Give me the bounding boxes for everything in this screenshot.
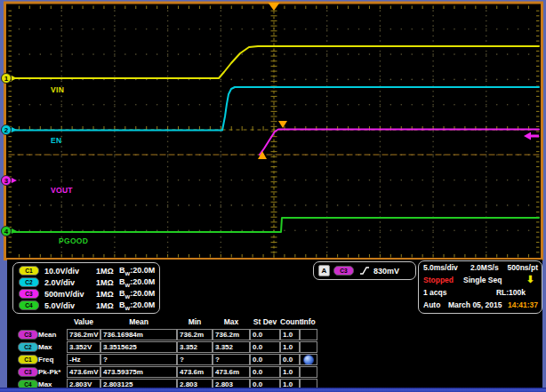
- graticule-dot: [167, 186, 169, 188]
- graticule-dot: [411, 79, 413, 81]
- channel-position-arrow-4[interactable]: [12, 228, 17, 234]
- graticule-dot: [92, 229, 94, 231]
- trigger-source-badge[interactable]: C3: [333, 266, 354, 276]
- graticule-dot: [475, 28, 477, 30]
- channel-marker-2[interactable]: 2: [1, 124, 12, 135]
- trigger-level-readout[interactable]: 830mV: [373, 267, 399, 276]
- channel-row-c4[interactable]: C4 5.0V/div 1MΩ BW:20.0M: [19, 300, 159, 311]
- graticule-dot: [380, 81, 381, 83]
- timebase-line-3: 1 acqs RL:100k: [419, 286, 542, 299]
- graticule-dot: [326, 15, 328, 17]
- trigger-mode[interactable]: Auto: [423, 300, 440, 309]
- graticule-dot: [316, 28, 317, 30]
- graticule-dot: [475, 229, 477, 231]
- graticule-dot: [167, 15, 169, 17]
- graticule-dot: [82, 204, 84, 206]
- channel-badge-c1[interactable]: C1: [19, 266, 39, 276]
- graticule-dot: [284, 229, 285, 231]
- graticule-dot: [167, 81, 169, 83]
- graticule-dot: [305, 28, 307, 30]
- graticule-dot: [167, 151, 169, 153]
- graticule-dot: [507, 204, 509, 206]
- channel-row-c3[interactable]: C3 500mV/div 1MΩ BW:20.0M: [19, 288, 159, 300]
- graticule-dot: [294, 79, 296, 81]
- measurement-mean: 736.16984m: [100, 329, 177, 340]
- graticule-dot: [114, 25, 116, 27]
- graticule-dot: [326, 146, 328, 148]
- graticule-dot: [146, 28, 148, 30]
- horizontal-scale[interactable]: 5.0ms/div: [423, 263, 458, 272]
- measurement-name: Mean: [36, 329, 67, 340]
- channel-settings-box[interactable]: C1 10.0V/div 1MΩ BW:20.0M C2 2.0V/div 1M…: [12, 262, 160, 314]
- graticule-dot: [326, 70, 328, 72]
- graticule-dot: [326, 76, 328, 77]
- graticule-dot: [422, 204, 423, 206]
- measurement-table: Value Mean Min Max St Dev Count Info C3 …: [18, 316, 317, 390]
- graticule-dot: [199, 28, 201, 30]
- graticule-dot: [210, 180, 212, 181]
- graticule-dot: [114, 55, 116, 57]
- graticule-dot: [60, 45, 62, 47]
- graticule-dot: [178, 180, 180, 181]
- graticule-dot: [167, 180, 169, 181]
- graticule-dot: [380, 229, 381, 231]
- graticule-dot: [60, 36, 62, 37]
- channel-badge-c4[interactable]: C4: [19, 300, 39, 310]
- graticule-dot: [486, 104, 487, 106]
- graticule-dot: [167, 30, 169, 32]
- graticule-dot: [189, 204, 190, 206]
- graticule-dot: [60, 40, 62, 42]
- graticule-dot: [221, 55, 222, 57]
- graticule-dot: [114, 186, 116, 188]
- channel-badge-c3[interactable]: C3: [19, 289, 39, 299]
- graticule-dot: [454, 104, 455, 106]
- trigger-a-icon: A: [318, 265, 330, 276]
- channel-row-c1[interactable]: C1 10.0V/div 1MΩ BW:20.0M: [19, 265, 159, 276]
- channel-badge-c2[interactable]: C2: [19, 277, 39, 287]
- graticule-dot: [60, 156, 62, 158]
- graticule-dot: [60, 30, 62, 32]
- trigger-readout-box[interactable]: A C3 830mV: [313, 261, 416, 280]
- channel-marker-4[interactable]: 4: [1, 226, 12, 236]
- measurement-count: 1.0: [280, 329, 300, 340]
- graticule-dot: [284, 180, 285, 181]
- graticule-dot: [294, 180, 296, 181]
- channel-position-arrow-1[interactable]: [12, 76, 17, 81]
- channel-position-arrow-3[interactable]: [12, 178, 17, 183]
- graticule-dot: [326, 181, 328, 183]
- graticule-dot: [432, 36, 434, 37]
- graticule-dot: [221, 156, 222, 158]
- graticule-dot: [167, 51, 169, 52]
- measurement-max: 473.6m: [213, 366, 250, 378]
- graticule-dot: [326, 236, 328, 238]
- graticule-dot: [507, 104, 509, 106]
- graticule-dot: [411, 53, 413, 55]
- graticule-dot: [432, 196, 434, 198]
- graticule-dot: [178, 53, 180, 55]
- graticule-dot: [464, 104, 466, 106]
- channel-marker-3[interactable]: 3: [1, 175, 12, 186]
- channel-position-arrow-2[interactable]: [12, 127, 17, 132]
- graticule-dot: [167, 100, 169, 102]
- graticule-dot: [50, 53, 52, 55]
- graticule-dot: [326, 131, 328, 132]
- column-header: Count: [280, 316, 300, 328]
- channel-marker-1[interactable]: 1: [1, 73, 12, 84]
- graticule-dot: [114, 171, 116, 172]
- graticule-dot: [380, 176, 381, 178]
- graticule-dot: [411, 28, 413, 30]
- graticule-dot: [454, 229, 455, 231]
- info-icon[interactable]: [303, 355, 314, 365]
- graticule-dot: [60, 53, 62, 55]
- channel-impedance: 1MΩ: [96, 301, 119, 310]
- measurement-info[interactable]: [300, 354, 317, 365]
- graticule-dot: [114, 40, 116, 42]
- channel-row-c2[interactable]: C2 2.0V/div 1MΩ BW:20.0M: [19, 276, 159, 288]
- graticule-dot: [518, 204, 519, 206]
- graticule-dot: [432, 70, 434, 72]
- graticule-dot: [486, 171, 487, 172]
- timebase-box[interactable]: 5.0ms/div 2.0MS/s 500ns/pt Stopped Singl…: [418, 260, 542, 314]
- measurement-stdev: 0.0: [250, 366, 280, 378]
- acquisition-state: Stopped: [423, 276, 454, 284]
- graticule-dot: [29, 53, 31, 55]
